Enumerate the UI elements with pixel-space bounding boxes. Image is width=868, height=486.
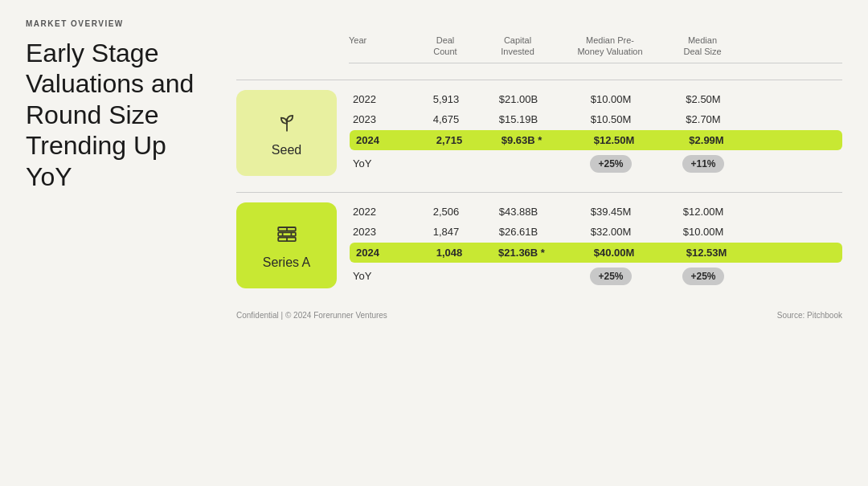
title-line4: Trending Up YoY — [26, 131, 166, 190]
seed-2024-capital: $9.63B * — [481, 134, 562, 146]
svg-rect-1 — [278, 232, 296, 236]
seed-rows: 2022 5,913 $21.00B $10.00M $2.50M 2023 4… — [350, 90, 842, 176]
seed-2024-dealsize: $2.99M — [666, 134, 747, 146]
seed-2022-year: 2022 — [350, 93, 414, 105]
series-a-section: Series A 2022 2,506 $43.88B $39.45M $12.… — [236, 192, 842, 288]
right-panel: Year DealCount CapitalInvested Median Pr… — [236, 35, 842, 473]
seed-2023-capital: $15.19B — [478, 113, 559, 125]
seed-2023-year: 2023 — [350, 113, 414, 125]
seed-label: Seed — [272, 143, 301, 157]
table-header: Year DealCount CapitalInvested Median Pr… — [349, 35, 842, 63]
seriesa-2023-capital: $26.61B — [478, 226, 559, 238]
seed-yoy-label: YoY — [350, 157, 414, 169]
seedling-icon — [272, 108, 301, 137]
seriesa-2023-count: 1,847 — [414, 226, 478, 238]
title-line1: Early Stage — [26, 39, 158, 67]
title-line2: Valuations and — [26, 69, 194, 98]
seed-yoy-dealsize-cell: +11% — [663, 155, 743, 173]
seed-2022-count: 5,913 — [414, 93, 478, 105]
seriesa-yoy-label: YoY — [350, 270, 414, 282]
seriesa-2024-dealsize: $12.53M — [666, 247, 747, 259]
col-header-capital: CapitalInvested — [477, 35, 558, 58]
seriesa-2024-year: 2024 — [353, 247, 417, 259]
col-header-valuation: Median Pre-Money Valuation — [558, 35, 662, 58]
footer-source: Source: Pitchbook — [777, 311, 842, 320]
seriesa-2022-count: 2,506 — [414, 206, 478, 218]
seed-2022-capital: $21.00B — [478, 93, 559, 105]
seed-yoy-valuation-cell: +25% — [559, 155, 663, 173]
seed-2023-valuation: $10.50M — [559, 113, 663, 125]
seed-card: Seed — [236, 90, 337, 176]
seriesa-yoy-dealsize-cell: +25% — [663, 268, 743, 285]
seriesa-2024-count: 1,048 — [417, 247, 481, 259]
seriesa-yoy-valuation-cell: +25% — [559, 268, 663, 285]
main-title: Early Stage Valuations and Round Size Tr… — [26, 38, 211, 192]
seriesa-yoy-valuation-badge: +25% — [590, 268, 631, 285]
seriesa-2024-valuation: $40.00M — [562, 247, 666, 259]
seriesa-2024-capital: $21.36B * — [481, 247, 562, 259]
seriesa-2022-valuation: $39.45M — [559, 206, 663, 218]
series-a-label: Series A — [263, 255, 311, 270]
page-container: MARKET OVERVIEW Early Stage Valuations a… — [0, 0, 868, 486]
col-header-deal-count: DealCount — [413, 35, 477, 58]
seed-2024-count: 2,715 — [417, 134, 481, 146]
seriesa-2022-year: 2022 — [350, 206, 414, 218]
seed-2023-count: 4,675 — [414, 113, 478, 125]
seed-row-2022: 2022 5,913 $21.00B $10.00M $2.50M — [350, 90, 842, 108]
seed-2022-valuation: $10.00M — [559, 93, 663, 105]
series-a-row-2024: 2024 1,048 $21.36B * $40.00M $12.53M — [350, 243, 842, 263]
seed-section: Seed 2022 5,913 $21.00B $10.00M $2.50M 2… — [236, 80, 842, 176]
seed-yoy-valuation-badge: +25% — [590, 155, 631, 173]
seed-2022-dealsize: $2.50M — [663, 93, 743, 105]
series-a-rows: 2022 2,506 $43.88B $39.45M $12.00M 2023 … — [350, 202, 842, 288]
series-a-card: Series A — [236, 202, 337, 288]
title-line3: Round Size — [26, 100, 158, 129]
seriesa-2022-dealsize: $12.00M — [663, 206, 743, 218]
seed-2024-year: 2024 — [353, 134, 417, 146]
footer: Confidential | © 2024 Forerunner Venture… — [236, 311, 842, 320]
footer-confidential: Confidential | © 2024 Forerunner Venture… — [236, 311, 387, 320]
seed-2023-dealsize: $2.70M — [663, 113, 743, 125]
left-panel: Early Stage Valuations and Round Size Tr… — [26, 35, 211, 473]
col-header-year: Year — [349, 35, 413, 58]
seriesa-2023-year: 2023 — [350, 226, 414, 238]
series-a-yoy-row: YoY +25% +25% — [350, 264, 842, 288]
col-header-deal-size: MedianDeal Size — [662, 35, 743, 58]
seed-row-2024: 2024 2,715 $9.63B * $12.50M $2.99M — [350, 130, 842, 150]
seriesa-2023-valuation: $32.00M — [559, 226, 663, 238]
seed-2024-valuation: $12.50M — [562, 134, 666, 146]
seed-yoy-dealsize-badge: +11% — [682, 155, 723, 173]
main-content: Early Stage Valuations and Round Size Tr… — [26, 35, 842, 473]
seed-yoy-row: YoY +25% +11% — [350, 152, 842, 176]
seed-row-2023: 2023 4,675 $15.19B $10.50M $2.70M — [350, 110, 842, 129]
series-a-row-2023: 2023 1,847 $26.61B $32.00M $10.00M — [350, 223, 842, 241]
series-a-row-2022: 2022 2,506 $43.88B $39.45M $12.00M — [350, 202, 842, 221]
market-overview-label: MARKET OVERVIEW — [26, 19, 842, 28]
seriesa-yoy-dealsize-badge: +25% — [682, 268, 723, 285]
building-icon — [272, 220, 301, 249]
seriesa-2022-capital: $43.88B — [478, 206, 559, 218]
seriesa-2023-dealsize: $10.00M — [663, 226, 743, 238]
